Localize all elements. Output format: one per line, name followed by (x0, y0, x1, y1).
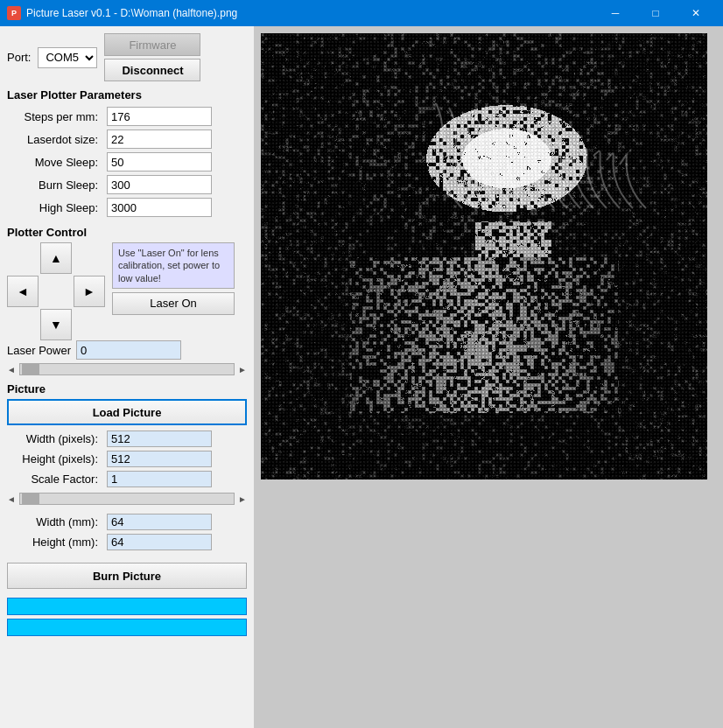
table-row: Height (mm): 64 (7, 532, 247, 552)
pic-value-2: 1 (107, 471, 212, 487)
jog-down-button[interactable]: ▼ (40, 309, 72, 340)
param-input-2[interactable] (107, 152, 212, 172)
pic-label-0: Width (pixels): (7, 429, 103, 449)
jog-right-button[interactable]: ► (74, 276, 105, 307)
laser-on-button[interactable]: Laser On (112, 292, 235, 315)
picture-info-table: Width (pixels): 512 Height (pixels): 512… (7, 429, 247, 489)
jog-empty-bl (7, 309, 39, 340)
param-label-4: High Sleep: (7, 196, 103, 219)
port-label: Port: (7, 51, 31, 64)
pic-label-1: Height (pixels): (7, 449, 103, 469)
pic-value-0: 512 (107, 430, 212, 447)
app-icon: P (7, 6, 21, 20)
load-picture-button[interactable]: Load Picture (7, 399, 247, 425)
progress-bar-1 (7, 598, 247, 615)
jog-empty-center (40, 276, 72, 307)
laser-power-label: Laser Power (7, 344, 71, 357)
burn-picture-button[interactable]: Burn Picture (7, 563, 247, 589)
mm-value-0: 64 (107, 514, 212, 530)
param-input-0[interactable] (107, 107, 212, 126)
mm-label-0: Width (mm): (7, 512, 103, 532)
progress-bar-2 (7, 619, 247, 636)
jog-empty-br (74, 309, 105, 340)
pic-scroll-track[interactable] (19, 493, 235, 505)
param-label-2: Move Sleep: (7, 150, 103, 173)
firmware-button: Firmware (104, 33, 200, 56)
table-row: Scale Factor: 1 (7, 469, 247, 489)
jog-empty-tr (74, 242, 105, 274)
scroll-track[interactable] (19, 363, 235, 375)
mm-label-1: Height (mm): (7, 532, 103, 552)
jog-left-button[interactable]: ◄ (7, 276, 39, 307)
laser-power-input[interactable] (76, 340, 181, 360)
param-label-1: Laserdot size: (7, 128, 103, 150)
pic-scroll-right-arrow[interactable]: ► (238, 494, 247, 504)
picture-scrollbar: ◄ ► (7, 493, 247, 505)
scroll-thumb (22, 364, 39, 374)
param-input-3[interactable] (107, 175, 212, 194)
table-row: Burn Sleep: (7, 173, 247, 196)
maximize-button[interactable]: □ (635, 0, 676, 26)
title-bar: P Picture Laser v0.1 - D:\Woman (halfton… (0, 0, 723, 26)
plotter-right: Use "Laser On" for lens calibration, set… (112, 242, 235, 315)
pic-scroll-left-arrow[interactable]: ◄ (7, 494, 16, 504)
port-section: Port: COM5 COM1 COM2 COM3 COM4 Firmware … (7, 33, 247, 81)
plotter-control-title: Plotter Control (7, 226, 247, 239)
app-body: Port: COM5 COM1 COM2 COM3 COM4 Firmware … (0, 26, 723, 728)
jog-empty-tl (7, 242, 39, 274)
pic-scroll-thumb (22, 494, 39, 504)
laser-hint: Use "Laser On" for lens calibration, set… (112, 242, 235, 289)
param-label-3: Burn Sleep: (7, 173, 103, 196)
mm-value-1: 64 (107, 534, 212, 550)
scroll-left-arrow[interactable]: ◄ (7, 365, 16, 374)
preview-image (261, 33, 707, 480)
disconnect-button[interactable]: Disconnect (104, 59, 200, 81)
table-row: Steps per mm: (7, 105, 247, 128)
scroll-right-arrow[interactable]: ► (238, 365, 247, 374)
jog-grid: ▲ ◄ ► ▼ (7, 242, 103, 340)
table-row: Height (pixels): 512 (7, 449, 247, 469)
window-controls: ─ □ ✕ (595, 0, 716, 26)
title-text: Picture Laser v0.1 - D:\Woman (halftone)… (26, 7, 595, 19)
table-row: Width (pixels): 512 (7, 429, 247, 449)
table-row: High Sleep: (7, 196, 247, 219)
pic-label-2: Scale Factor: (7, 469, 103, 489)
picture-mm-table: Width (mm): 64 Height (mm): 64 (7, 512, 247, 552)
close-button[interactable]: ✕ (676, 0, 716, 26)
param-input-4[interactable] (107, 198, 212, 217)
plotter-control: ▲ ◄ ► ▼ Use "Laser On" for lens calibrat… (7, 242, 247, 340)
params-table: Steps per mm: Laserdot size: Move Sleep:… (7, 105, 247, 219)
progress-bars (7, 598, 247, 636)
laser-power-row: Laser Power (7, 340, 247, 360)
param-input-1[interactable] (107, 130, 212, 149)
picture-title: Picture (7, 382, 247, 396)
jog-up-button[interactable]: ▲ (40, 242, 72, 274)
left-panel: Port: COM5 COM1 COM2 COM3 COM4 Firmware … (0, 26, 254, 728)
port-select[interactable]: COM5 COM1 COM2 COM3 COM4 (38, 47, 97, 68)
table-row: Laserdot size: (7, 128, 247, 150)
table-row: Move Sleep: (7, 150, 247, 173)
table-row: Width (mm): 64 (7, 512, 247, 532)
laser-params-title: Laser Plotter Parameters (7, 88, 247, 102)
pic-value-1: 512 (107, 451, 212, 467)
minimize-button[interactable]: ─ (595, 0, 635, 26)
param-label-0: Steps per mm: (7, 105, 103, 128)
right-panel (254, 26, 723, 728)
laser-scrollbar: ◄ ► (7, 363, 247, 375)
